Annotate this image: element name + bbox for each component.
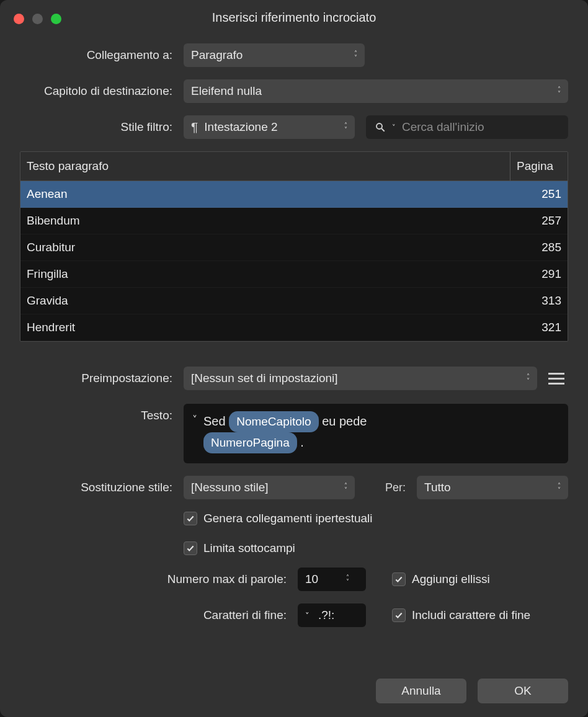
ok-button[interactable]: OK xyxy=(478,679,568,703)
editor-text: . xyxy=(300,435,304,449)
preset-menu-icon[interactable] xyxy=(548,368,568,388)
preset-value: [Nessun set di impostazioni] xyxy=(191,372,527,385)
chevron-updown-icon: ˄˅ xyxy=(558,87,561,96)
checkbox-icon xyxy=(392,608,406,622)
chip-chapter-name[interactable]: NomeCapitolo xyxy=(229,411,318,432)
destination-chapter-value: Eleifend nulla xyxy=(191,84,558,98)
text-editor-chevron-icon[interactable]: ˅ xyxy=(192,411,197,456)
cell-page: 313 xyxy=(515,294,561,308)
minimize-icon[interactable] xyxy=(32,14,43,24)
filter-style-dropdown[interactable]: ¶ Intestazione 2 ˄˅ xyxy=(184,115,355,139)
table-body: Aenean 251 Bibendum 257 Curabitur 285 Fr… xyxy=(20,181,568,341)
label-style-substitution: Sostituzione stile: xyxy=(20,481,172,494)
table-header: Testo paragrafo Pagina xyxy=(20,152,568,181)
max-words-stepper[interactable]: ˄˅ xyxy=(298,568,366,591)
chevron-updown-icon: ˄˅ xyxy=(344,123,347,131)
for-value: Tutto xyxy=(424,481,558,494)
traffic-lights xyxy=(14,14,61,24)
label-for: Per: xyxy=(366,481,406,494)
end-chars-field[interactable]: ˅ .?!: xyxy=(298,603,366,627)
label-link-to: Collegamento a: xyxy=(20,48,172,62)
label-end-chars: Caratteri di fine: xyxy=(20,608,287,622)
table-row[interactable]: Curabitur 285 xyxy=(20,234,568,261)
checkbox-include-end-char[interactable]: Includi carattere di fine xyxy=(392,608,530,622)
chevron-updown-icon: ˄˅ xyxy=(558,483,561,492)
checkbox-limit-subfields[interactable]: Limita sottocampi xyxy=(184,541,295,555)
pilcrow-icon: ¶ xyxy=(191,120,198,135)
end-chars-chevron-icon[interactable]: ˅ xyxy=(305,611,310,620)
col-header-page[interactable]: Pagina xyxy=(510,152,568,180)
checkbox-add-ellipsis[interactable]: Aggiungi ellissi xyxy=(392,572,490,586)
table-row[interactable]: Gravida 313 xyxy=(20,288,568,314)
style-substitution-dropdown[interactable]: [Nessuno stile] ˄˅ xyxy=(184,476,355,499)
chevron-updown-icon: ˄˅ xyxy=(354,51,357,60)
zoom-icon[interactable] xyxy=(51,14,61,24)
cell-text: Bibendum xyxy=(27,214,515,228)
destination-chapter-dropdown[interactable]: Eleifend nulla ˄˅ xyxy=(184,79,568,103)
table-row[interactable]: Aenean 251 xyxy=(20,181,568,208)
checkbox-label: Limita sottocampi xyxy=(203,541,295,555)
svg-line-1 xyxy=(381,128,385,131)
cell-page: 251 xyxy=(515,187,561,201)
checkbox-icon xyxy=(184,512,197,525)
preset-dropdown[interactable]: [Nessun set di impostazioni] ˄˅ xyxy=(184,367,537,390)
table-row[interactable]: Hendrerit 321 xyxy=(20,314,568,341)
window-title: Inserisci riferimento incrociato xyxy=(0,11,588,25)
label-max-words: Numero max di parole: xyxy=(20,572,287,586)
link-to-value: Paragrafo xyxy=(191,48,354,62)
cancel-button[interactable]: Annulla xyxy=(376,679,466,703)
text-editor-content[interactable]: Sed NomeCapitolo eu pede NumeroPagina . xyxy=(203,411,559,456)
checkbox-label: Genera collegamenti ipertestuali xyxy=(203,512,373,525)
stepper-arrows-icon[interactable]: ˄˅ xyxy=(346,575,349,584)
checkbox-label: Includi carattere di fine xyxy=(412,608,530,622)
label-text: Testo: xyxy=(20,404,172,422)
svg-point-0 xyxy=(376,123,382,129)
end-chars-value: .?!: xyxy=(318,608,334,622)
chip-page-number[interactable]: NumeroPagina xyxy=(203,432,297,453)
max-words-input[interactable] xyxy=(305,572,342,586)
style-substitution-value: [Nessuno stile] xyxy=(191,481,344,494)
label-filter-style: Stile filtro: xyxy=(20,120,172,134)
search-icon xyxy=(375,122,386,133)
link-to-dropdown[interactable]: Paragrafo ˄˅ xyxy=(184,43,365,67)
cell-text: Aenean xyxy=(27,187,515,201)
search-field[interactable]: ˅ xyxy=(366,115,568,139)
editor-text: eu pede xyxy=(322,414,367,428)
search-dropdown-chevron-icon[interactable]: ˅ xyxy=(392,123,396,131)
col-header-text[interactable]: Testo paragrafo xyxy=(20,152,510,180)
cell-page: 285 xyxy=(515,241,561,254)
paragraph-table: Testo paragrafo Pagina Aenean 251 Bibend… xyxy=(20,151,568,342)
cell-text: Fringilla xyxy=(27,267,515,281)
label-preset: Preimpostazione: xyxy=(20,372,172,385)
search-input[interactable] xyxy=(402,120,559,134)
checkbox-icon xyxy=(184,541,197,555)
cell-text: Gravida xyxy=(27,294,515,308)
cell-page: 257 xyxy=(515,214,561,228)
chevron-updown-icon: ˄˅ xyxy=(527,374,530,383)
label-destination-chapter: Capitolo di destinazione: xyxy=(20,84,172,98)
checkbox-generate-hyperlinks[interactable]: Genera collegamenti ipertestuali xyxy=(184,512,373,525)
cell-text: Hendrerit xyxy=(27,321,515,334)
table-row[interactable]: Fringilla 291 xyxy=(20,261,568,288)
cell-text: Curabitur xyxy=(27,241,515,254)
checkbox-icon xyxy=(392,572,406,586)
titlebar: Inserisci riferimento incrociato xyxy=(0,0,588,35)
chevron-updown-icon: ˄˅ xyxy=(344,483,347,492)
dialog-window: Inserisci riferimento incrociato Collega… xyxy=(0,0,588,717)
checkbox-label: Aggiungi ellissi xyxy=(412,572,490,586)
cell-page: 291 xyxy=(515,267,561,281)
text-editor[interactable]: ˅ Sed NomeCapitolo eu pede NumeroPagina … xyxy=(184,404,568,463)
table-row[interactable]: Bibendum 257 xyxy=(20,208,568,234)
editor-text: Sed xyxy=(203,414,229,428)
dialog-footer: Annulla OK xyxy=(376,679,568,703)
filter-style-value: Intestazione 2 xyxy=(204,120,344,134)
for-dropdown[interactable]: Tutto ˄˅ xyxy=(417,476,568,499)
cell-page: 321 xyxy=(515,321,561,334)
close-icon[interactable] xyxy=(14,14,24,24)
